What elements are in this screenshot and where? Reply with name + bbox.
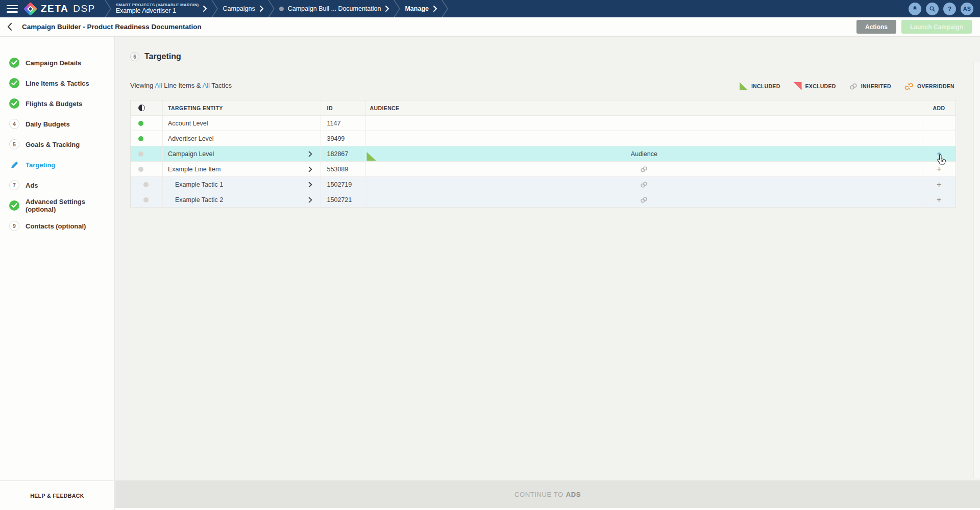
- table-row-advertiser-level[interactable]: Advertiser Level 39499: [131, 131, 955, 146]
- avatar-initials: AS: [963, 6, 971, 12]
- column-header-targeting-entity: TARGETING ENTITY: [163, 100, 321, 115]
- table-row-campaign-level[interactable]: Campaign Level 182867 Audience +: [131, 146, 955, 161]
- continue-to-ads-button[interactable]: CONTINUE TO ADS: [115, 480, 980, 508]
- entity-label: Example Line Item: [168, 166, 221, 173]
- entity-label: Campaign Level: [168, 150, 214, 158]
- page-title: Campaign Builder - Product Readiness Doc…: [22, 23, 202, 31]
- table-row-account-level[interactable]: Account Level 1147: [131, 115, 955, 131]
- breadcrumb-advertiser[interactable]: SMART PROJECTS (VARIABLE MARGIN) Example…: [116, 3, 208, 15]
- contrast-toggle-icon[interactable]: [138, 105, 145, 111]
- main-content: 6 Targeting Viewing All Line Items & All…: [115, 37, 980, 510]
- sidebar-item-contacts[interactable]: 9 Contacts (optional): [0, 216, 114, 236]
- chevron-right-icon[interactable]: [433, 5, 437, 12]
- expand-chevron-icon[interactable]: [308, 151, 312, 157]
- sidebar-item-daily-budgets[interactable]: 4 Daily Budgets: [0, 114, 114, 134]
- question-mark-icon: ?: [948, 6, 951, 12]
- table-row-example-tactic-2[interactable]: Example Tactic 2 1502721 +: [131, 192, 955, 207]
- brand-zeta: ZETA: [41, 3, 68, 14]
- entity-id: 182867: [327, 150, 349, 158]
- bell-icon: [912, 5, 918, 12]
- add-audience-button[interactable]: +: [937, 150, 941, 158]
- targeting-table: TARGETING ENTITY ID AUDIENCE ADD Account…: [130, 100, 956, 208]
- breadcrumb-manage[interactable]: Manage: [405, 5, 437, 12]
- entity-id: 553089: [327, 166, 349, 173]
- sidebar-item-line-items-tactics[interactable]: Line Items & Tactics: [0, 73, 114, 93]
- sidebar-item-campaign-details[interactable]: Campaign Details: [0, 53, 114, 73]
- top-navbar: ZETA DSP SMART PROJECTS (VARIABLE MARGIN…: [0, 0, 980, 17]
- user-avatar[interactable]: AS: [961, 3, 973, 15]
- breadcrumb-campaign-doc-label: Campaign Buil ... Documentation: [288, 5, 381, 12]
- sidebar-item-flights-budgets[interactable]: Flights & Budgets: [0, 93, 114, 114]
- column-header-add: ADD: [922, 100, 955, 115]
- sidebar-item-ads[interactable]: 7 Ads: [0, 175, 114, 195]
- breadcrumb-separator: [394, 0, 401, 17]
- table-row-example-tactic-1[interactable]: Example Tactic 1 1502719 +: [131, 176, 955, 192]
- entity-id: 1502719: [327, 181, 352, 188]
- bottom-strip: [115, 508, 980, 510]
- section-step-number: 6: [130, 52, 139, 61]
- legend-excluded: EXCLUDED: [794, 82, 836, 90]
- breadcrumb: SMART PROJECTS (VARIABLE MARGIN) Example…: [105, 0, 449, 17]
- chevron-right-icon[interactable]: [203, 5, 207, 12]
- chevron-right-icon[interactable]: [385, 5, 389, 12]
- inherited-chain-icon: [640, 166, 648, 173]
- targeting-legend: INCLUDED EXCLUDED INHERITED OVERRIDDEN: [740, 82, 954, 90]
- search-button[interactable]: [926, 3, 939, 15]
- pencil-icon: [9, 160, 19, 170]
- hamburger-menu-icon[interactable]: [7, 5, 18, 13]
- add-audience-button[interactable]: +: [937, 165, 941, 173]
- continue-prefix: CONTINUE TO: [514, 491, 564, 498]
- sidebar-item-label: Line Items & Tactics: [26, 80, 89, 87]
- sidebar-item-label: Daily Budgets: [26, 120, 70, 128]
- chevron-right-icon[interactable]: [259, 5, 264, 12]
- inherited-chain-icon: [640, 196, 648, 203]
- entity-id: 1147: [327, 120, 341, 127]
- help-feedback-button[interactable]: HELP & FEEDBACK: [0, 480, 114, 510]
- excluded-triangle-icon: [794, 82, 802, 90]
- breadcrumb-manage-label: Manage: [405, 5, 429, 12]
- table-row-example-line-item[interactable]: Example Line Item 553089 +: [131, 161, 955, 176]
- column-header-audience: AUDIENCE: [366, 100, 922, 115]
- entity-id: 1502721: [327, 196, 352, 203]
- back-button[interactable]: [7, 22, 12, 31]
- inherited-chain-icon: [849, 83, 857, 90]
- notifications-button[interactable]: [909, 3, 921, 15]
- table-header-row: TARGETING ENTITY ID AUDIENCE ADD: [131, 100, 955, 115]
- add-audience-button[interactable]: +: [937, 181, 941, 189]
- sidebar-item-advanced-settings[interactable]: Advanced Settings (optional): [0, 195, 114, 216]
- step-number-icon: 5: [9, 139, 19, 149]
- breadcrumb-campaign-doc[interactable]: Campaign Buil ... Documentation: [279, 5, 390, 12]
- legend-overridden: OVERRIDDEN: [904, 83, 954, 90]
- navbar-actions: ? AS: [909, 3, 973, 15]
- viewing-mid: Line Items &: [164, 82, 201, 89]
- expand-chevron-icon[interactable]: [308, 182, 312, 188]
- zeta-dsp-logo[interactable]: ZETA DSP: [26, 3, 95, 14]
- breadcrumb-advertiser-label: Example Advertiser 1: [116, 7, 199, 14]
- breadcrumb-campaigns-label: Campaigns: [223, 5, 255, 12]
- entity-label: Example Tactic 1: [175, 181, 223, 188]
- breadcrumb-campaigns[interactable]: Campaigns: [223, 5, 263, 12]
- add-audience-button[interactable]: +: [937, 196, 941, 204]
- audience-label: Audience: [631, 150, 657, 158]
- check-circle-icon: [9, 78, 19, 88]
- brand-dsp: DSP: [73, 3, 95, 14]
- all-tactics-link[interactable]: All: [202, 82, 209, 89]
- legend-inherited: INHERITED: [849, 83, 891, 90]
- sidebar-item-label: Flights & Budgets: [26, 100, 82, 108]
- section-title: Targeting: [144, 52, 181, 61]
- sidebar-item-goals-tracking[interactable]: 5 Goals & Tracking: [0, 134, 114, 155]
- all-line-items-link[interactable]: All: [155, 82, 162, 89]
- included-status-dot-icon: [138, 136, 143, 141]
- sidebar-item-targeting[interactable]: Targeting: [0, 155, 114, 175]
- entity-label: Example Tactic 2: [175, 196, 223, 203]
- check-circle-icon: [9, 58, 19, 68]
- wizard-sidebar: Campaign Details Line Items & Tactics Fl…: [0, 37, 115, 510]
- sidebar-item-label: Contacts (optional): [26, 222, 86, 230]
- launch-campaign-button[interactable]: Launch Campaign: [901, 20, 972, 34]
- expand-chevron-icon[interactable]: [308, 197, 312, 203]
- expand-chevron-icon[interactable]: [308, 166, 312, 172]
- vertical-scrollbar[interactable]: [973, 62, 980, 478]
- actions-button[interactable]: Actions: [856, 20, 896, 34]
- help-button[interactable]: ?: [943, 3, 956, 15]
- step-number-icon: 7: [9, 180, 19, 190]
